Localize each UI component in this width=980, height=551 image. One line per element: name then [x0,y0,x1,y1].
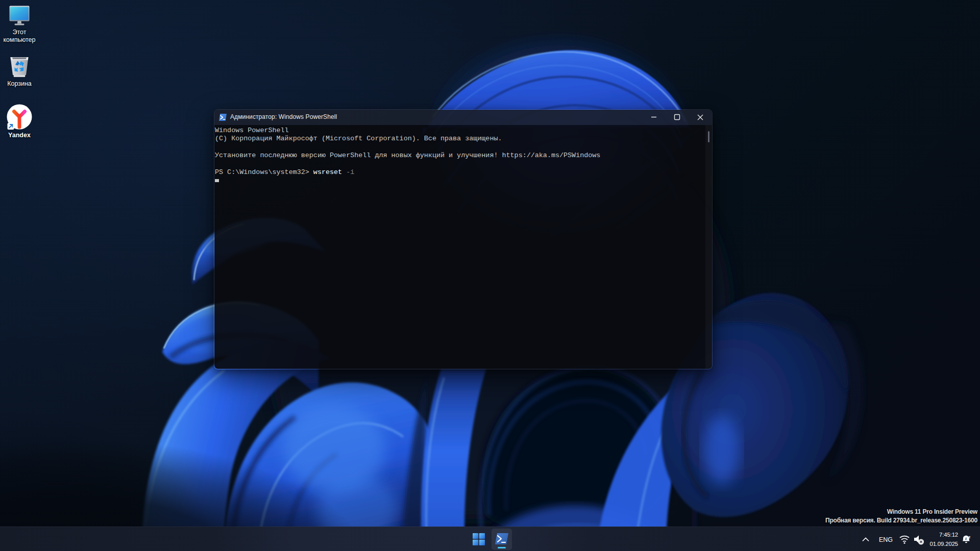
svg-text:z: z [968,535,970,539]
svg-text:ENG: ENG [879,536,893,543]
svg-text:z: z [965,537,967,540]
